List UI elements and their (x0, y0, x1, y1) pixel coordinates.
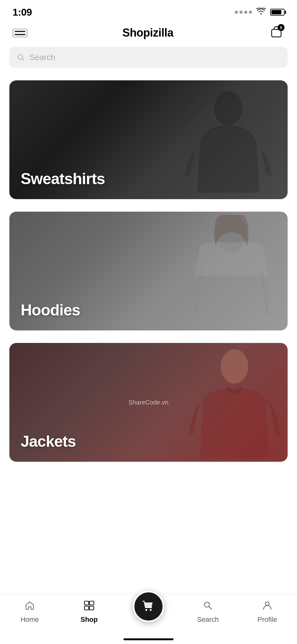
svg-point-2 (214, 91, 242, 126)
nav-item-home[interactable]: Home (11, 601, 48, 624)
svg-rect-8 (89, 606, 94, 610)
search-nav-icon (203, 601, 213, 613)
categories-container: Sweatshirts Hoodies ShareCode.vn Jackets (0, 74, 297, 468)
nav-item-profile[interactable]: Profile (249, 601, 286, 624)
header: Shopizilla 5 (0, 22, 297, 47)
wifi-icon (256, 8, 266, 17)
profile-icon (262, 601, 272, 613)
home-indicator (123, 638, 174, 640)
signal-icon (235, 11, 252, 14)
person-decoration (188, 346, 281, 459)
category-label-jackets: Jackets (21, 432, 76, 450)
home-icon (25, 601, 35, 613)
hamburger-line (15, 34, 25, 35)
status-time: 1:09 (13, 7, 32, 18)
category-card-sweatshirts[interactable]: Sweatshirts (9, 80, 288, 199)
person-decoration (181, 215, 281, 327)
search-bar[interactable]: Search (9, 47, 288, 68)
status-bar: 1:09 (0, 0, 297, 22)
shop-icon (84, 601, 94, 613)
app-title: Shopizilla (122, 26, 173, 39)
menu-button[interactable] (13, 29, 28, 37)
nav-label-shop: Shop (81, 616, 98, 624)
svg-point-9 (204, 602, 209, 607)
hamburger-line (15, 31, 25, 32)
battery-icon (270, 9, 284, 16)
svg-point-4 (221, 349, 248, 384)
nav-item-shop[interactable]: Shop (70, 601, 108, 624)
category-label-hoodies: Hoodies (21, 301, 80, 319)
status-icons (235, 8, 284, 17)
cart-button[interactable]: 5 (268, 24, 284, 42)
nav-label-search: Search (197, 616, 219, 624)
svg-rect-6 (89, 601, 94, 605)
svg-point-10 (265, 602, 269, 606)
search-container: Search (0, 47, 297, 74)
category-card-hoodies[interactable]: Hoodies (9, 212, 288, 330)
nav-label-home: Home (21, 616, 39, 624)
person-decoration (181, 87, 275, 193)
search-placeholder: Search (29, 53, 280, 62)
cart-badge: 5 (278, 24, 284, 31)
category-label-sweatshirts: Sweatshirts (21, 170, 105, 188)
cart-fab-icon (141, 599, 156, 614)
svg-rect-5 (84, 601, 89, 605)
category-card-jackets[interactable]: ShareCode.vn Jackets (9, 343, 288, 462)
nav-item-search[interactable]: Search (189, 601, 227, 624)
cart-fab-button[interactable] (133, 591, 164, 622)
svg-point-12 (150, 609, 152, 611)
nav-label-profile: Profile (258, 616, 277, 624)
svg-rect-7 (84, 606, 89, 610)
svg-point-11 (145, 609, 147, 611)
search-icon (17, 53, 25, 62)
